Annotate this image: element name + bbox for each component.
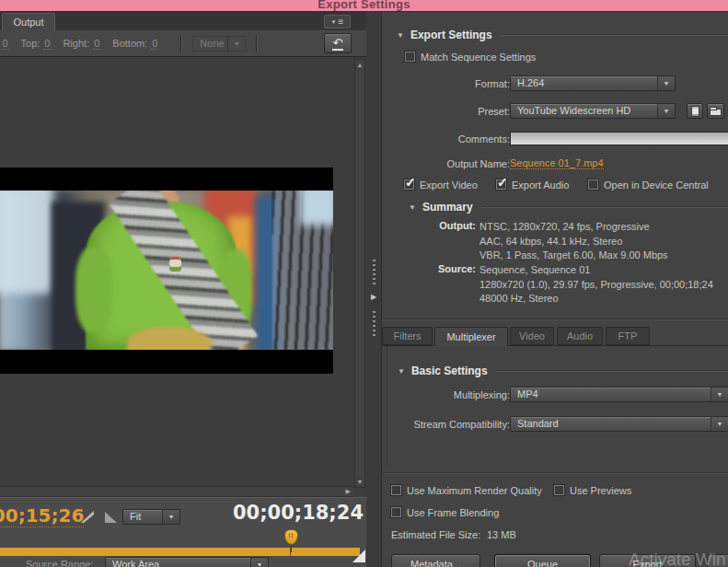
- video-preview-frame[interactable]: [0, 168, 333, 374]
- queue-button[interactable]: Queue: [494, 554, 591, 567]
- panel-splitter[interactable]: ▶: [366, 12, 381, 567]
- file-size-label: Estimated File Size:: [391, 529, 480, 540]
- max-render-quality-checkbox[interactable]: [391, 485, 401, 495]
- stream-compatibility-dropdown[interactable]: Standard: [510, 416, 728, 432]
- summary-section-header[interactable]: ▼ Summary: [409, 201, 728, 214]
- comments-input[interactable]: [510, 132, 728, 145]
- multiplexing-dropdown[interactable]: MP4: [510, 387, 728, 402]
- scroll-down-icon[interactable]: ▼: [355, 479, 364, 485]
- use-previews-label: Use Previews: [570, 485, 631, 496]
- summary-line: Sequence, Sequence 01: [480, 263, 713, 278]
- output-name-label: Output Name:: [388, 158, 510, 169]
- out-point-icon[interactable]: [105, 512, 117, 523]
- format-value: H.264: [511, 76, 657, 90]
- output-name-link[interactable]: Sequence 01_7.mp4: [510, 157, 604, 169]
- crop-bottom-value[interactable]: 0: [151, 38, 158, 50]
- export-video-checkbox[interactable]: [404, 179, 414, 190]
- export-settings-window: Export Settings Output ▼ ≡ Left: 0 Top: …: [0, 0, 728, 567]
- stream-compatibility-label: Stream Compatibility:: [388, 419, 510, 430]
- match-sequence-label: Match Sequence Settings: [421, 52, 536, 63]
- crop-right-value[interactable]: 0: [93, 38, 100, 50]
- current-timecode[interactable]: 00;00;15;26: [0, 504, 84, 527]
- splitter-arrow-icon: ▶: [371, 293, 376, 301]
- scene-skylight: [300, 191, 333, 226]
- export-audio-label: Export Audio: [512, 179, 569, 191]
- chevron-down-icon: ▼: [331, 19, 337, 25]
- window-title: Export Settings: [0, 0, 728, 11]
- work-area-bar[interactable]: [0, 548, 360, 556]
- preview-horizontal-scrollbar[interactable]: ▶: [0, 486, 353, 497]
- disclosure-triangle-icon[interactable]: ▼: [397, 31, 404, 40]
- preview-tabbar: Output ▼ ≡: [0, 12, 366, 30]
- match-sequence-checkbox[interactable]: [405, 52, 415, 62]
- tab-filters[interactable]: Filters: [382, 327, 433, 345]
- dropdown-arrow-icon: [250, 558, 268, 567]
- export-button[interactable]: Export: [599, 554, 696, 567]
- preset-label: Preset:: [388, 106, 510, 117]
- scroll-right-icon[interactable]: ▶: [346, 488, 351, 495]
- export-settings-panel: ▼ Export Settings Match Sequence Setting…: [381, 12, 728, 567]
- max-render-quality-label: Use Maximum Render Quality: [407, 485, 542, 496]
- transport-bar: 00;00;15;26 Fit 00;00;18;24 Source Range…: [0, 497, 366, 567]
- panel-menu-button[interactable]: ▼ ≡: [324, 15, 351, 29]
- multiplexing-label: Multiplexing:: [388, 389, 510, 400]
- summary-output-lines: NTSC, 1280x720, 24 fps, Progressive AAC,…: [480, 220, 668, 263]
- section-rule: [496, 370, 728, 372]
- options-tabstrip: Filters Multiplexer Video Audio FTP: [382, 327, 728, 346]
- cancel-button[interactable]: Cancel: [707, 554, 728, 567]
- tab-ftp[interactable]: FTP: [606, 327, 650, 345]
- dropdown-arrow-icon: [657, 76, 675, 90]
- crop-left-value[interactable]: 0: [1, 38, 8, 50]
- preview-area: ▲ ▼ ▶: [0, 57, 366, 497]
- tab-audio[interactable]: Audio: [557, 327, 603, 345]
- playhead-marker[interactable]: [284, 529, 298, 545]
- tab-multiplexer[interactable]: Multiplexer: [434, 327, 508, 346]
- crop-right-label: Right:: [63, 38, 89, 49]
- crop-top-value[interactable]: 0: [43, 38, 51, 50]
- summary-line: 1280x720 (1.0), 29.97 fps, Progressive, …: [480, 278, 713, 293]
- dropdown-arrow-icon: [657, 104, 675, 118]
- source-range-dropdown[interactable]: Work Area: [105, 557, 269, 567]
- footer-divider: [382, 472, 728, 474]
- splitter-grip: [373, 260, 376, 287]
- disclosure-triangle-icon[interactable]: ▼: [398, 367, 405, 376]
- summary-source-lines: Sequence, Sequence 01 1280x720 (1.0), 29…: [480, 263, 713, 307]
- source-range-value: Work Area: [106, 558, 250, 567]
- comments-label: Comments:: [388, 133, 510, 145]
- export-audio-checkbox[interactable]: [496, 179, 506, 190]
- source-range-label: Source Range:: [26, 559, 93, 567]
- open-device-central-checkbox[interactable]: [588, 179, 598, 190]
- crop-ratio-value: None: [193, 37, 227, 51]
- duration-timecode: 00;00;18;24: [233, 502, 364, 524]
- crop-output-button[interactable]: ↶: [324, 33, 352, 53]
- tab-output[interactable]: Output: [2, 13, 55, 30]
- window-titlebar[interactable]: Export Settings: [0, 0, 728, 12]
- zoom-level-dropdown[interactable]: Fit: [122, 509, 180, 525]
- splitter-grip: [373, 311, 376, 339]
- frame-blending-checkbox[interactable]: [391, 507, 401, 517]
- import-preset-button[interactable]: [707, 103, 724, 119]
- tab-video[interactable]: Video: [510, 327, 554, 345]
- save-preset-button[interactable]: [687, 103, 703, 119]
- disclosure-triangle-icon[interactable]: ▼: [409, 203, 416, 212]
- stream-compatibility-value: Standard: [511, 417, 711, 431]
- scroll-up-icon[interactable]: ▲: [355, 62, 364, 68]
- crop-ratio-dropdown[interactable]: None: [192, 36, 246, 52]
- work-area-end-handle[interactable]: [352, 550, 365, 562]
- section-rule: [501, 34, 728, 36]
- format-dropdown[interactable]: H.264: [510, 75, 676, 91]
- basic-settings-section-header[interactable]: ▼ Basic Settings: [398, 364, 728, 377]
- preview-vertical-scrollbar[interactable]: ▲ ▼: [354, 59, 365, 488]
- preset-value: YouTube Widescreen HD: [511, 104, 657, 118]
- crop-export-icon: ↶: [332, 37, 344, 51]
- preset-dropdown[interactable]: YouTube Widescreen HD: [510, 103, 676, 119]
- format-label: Format:: [388, 78, 510, 89]
- crop-top-label: Top:: [21, 38, 40, 49]
- metadata-button[interactable]: Metadata...: [391, 554, 480, 567]
- frame-blending-label: Use Frame Blending: [407, 507, 499, 518]
- dropdown-arrow-icon: [711, 417, 728, 431]
- export-settings-section-header[interactable]: ▼ Export Settings: [397, 29, 728, 41]
- use-previews-checkbox[interactable]: [554, 485, 564, 495]
- panel-divider: [382, 318, 728, 320]
- section-title: Summary: [422, 201, 473, 214]
